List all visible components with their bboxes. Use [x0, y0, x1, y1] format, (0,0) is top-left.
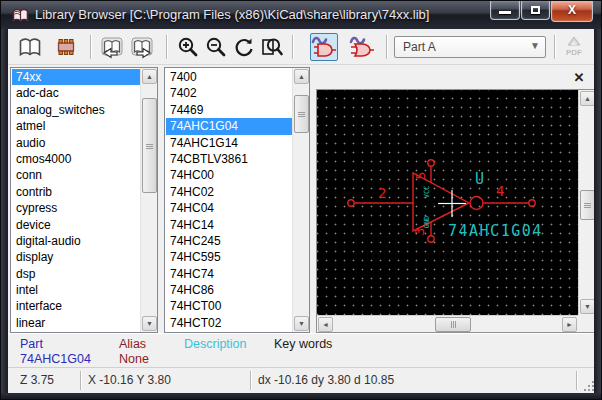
scrollbar-corner	[578, 315, 595, 332]
status-separator	[576, 371, 577, 390]
list-item[interactable]: 74HC04	[166, 200, 292, 216]
list-item[interactable]: audio	[12, 135, 140, 151]
viewer-close-icon[interactable]: ✕	[570, 69, 588, 87]
scrollbar-thumb[interactable]	[142, 98, 157, 193]
scroll-down-icon[interactable]: ▼	[294, 316, 309, 331]
library-browser-window: Library Browser [C:\Program Files (x86)\…	[0, 0, 602, 400]
resize-grip[interactable]	[582, 379, 594, 391]
list-item[interactable]: conn	[12, 167, 140, 183]
list-item[interactable]: 74HCT02	[166, 315, 292, 331]
scroll-down-icon[interactable]: ▼	[142, 316, 157, 331]
symbol-reference: U	[475, 170, 484, 188]
part-list[interactable]: 740074027446974AHC1G0474AHC1G1474CBTLV38…	[164, 67, 310, 333]
scrollbar-thumb[interactable]	[580, 190, 595, 220]
zoom-fit-icon	[260, 35, 284, 59]
book-arrow-left-icon	[99, 34, 125, 60]
canvas-horizontal-scrollbar[interactable]: ◄ ►	[317, 315, 578, 332]
list-item[interactable]: linear	[12, 315, 140, 331]
list-item[interactable]: cmos4000	[12, 151, 140, 167]
pin-number-output: 4	[496, 183, 504, 199]
part-list-items[interactable]: 740074027446974AHC1G0474AHC1G1474CBTLV38…	[166, 69, 292, 331]
canvas-vertical-scrollbar[interactable]: ▲ ▼	[578, 90, 595, 315]
export-pdf-button: PDF	[560, 33, 588, 61]
list-item[interactable]: 74HCT00	[166, 298, 292, 314]
scroll-down-icon[interactable]: ▼	[580, 299, 595, 314]
list-item[interactable]: 74HC74	[166, 266, 292, 282]
list-item[interactable]: 7400	[166, 69, 292, 85]
part-select-value: Part A	[403, 40, 436, 54]
list-item[interactable]: digital-audio	[12, 233, 140, 249]
app-book-icon	[12, 7, 29, 24]
list-item[interactable]: 74HC595	[166, 249, 292, 265]
scroll-right-icon[interactable]: ►	[562, 317, 577, 332]
scroll-up-icon[interactable]: ▲	[142, 69, 157, 84]
status-zoom-level: Z 3.75	[20, 373, 54, 387]
library-list-items[interactable]: 74xxadc-dacanalog_switchesatmelaudiocmos…	[12, 69, 140, 331]
scrollbar-thumb[interactable]	[294, 95, 309, 133]
previous-part-button[interactable]	[98, 33, 126, 61]
inverter-symbol	[317, 90, 578, 315]
library-list[interactable]: 74xxadc-dacanalog_switchesatmelaudiocmos…	[10, 67, 158, 333]
list-item[interactable]: cypress	[12, 200, 140, 216]
list-item[interactable]: 74HC00	[166, 167, 292, 183]
list-item[interactable]: display	[12, 249, 140, 265]
scroll-up-icon[interactable]: ▲	[294, 69, 309, 84]
zoom-out-icon	[204, 35, 228, 59]
list-item[interactable]: 74AHC1G14	[166, 135, 292, 151]
viewer-header: ✕	[316, 67, 596, 89]
book-arrow-right-icon	[129, 34, 155, 60]
list-item[interactable]: 74CBTLV3861	[166, 151, 292, 167]
list-item[interactable]: dsp	[12, 266, 140, 282]
part-select-dropdown[interactable]: Part A ▼	[394, 36, 546, 58]
maximize-button[interactable]	[521, 1, 550, 20]
select-library-button[interactable]	[16, 33, 44, 61]
chevron-down-icon: ▼	[530, 40, 540, 51]
list-item[interactable]: contrib	[12, 184, 140, 200]
list-item[interactable]: 7402	[166, 85, 292, 101]
toolbar-separator	[90, 35, 91, 59]
title-bar[interactable]: Library Browser [C:\Program Files (x86)\…	[1, 1, 602, 29]
pin-number-power: 5	[413, 172, 428, 180]
minimize-button[interactable]	[490, 1, 520, 20]
show-demorgan-button[interactable]	[348, 33, 376, 61]
zoom-in-button[interactable]	[174, 33, 202, 61]
list-item[interactable]: intel	[12, 282, 140, 298]
toolbar-separator	[554, 35, 555, 59]
status-separator	[250, 371, 251, 390]
zoom-fit-button[interactable]	[258, 33, 286, 61]
list-item[interactable]: 74HC02	[166, 184, 292, 200]
window-title: Library Browser [C:\Program Files (x86)\…	[35, 7, 429, 22]
schematic-canvas[interactable]: 2 4 5 3 VCC GND U 74AHC1G04	[317, 90, 578, 315]
redraw-button[interactable]	[230, 33, 258, 61]
close-button[interactable]: X	[551, 1, 593, 22]
info-value-part: 74AHC1G04	[20, 352, 91, 366]
info-header-alias: Alias	[119, 337, 146, 351]
list-item[interactable]: 74HC245	[166, 233, 292, 249]
list-item[interactable]: atmel	[12, 118, 140, 134]
gate-demorgan-icon	[349, 35, 375, 59]
library-list-scrollbar[interactable]: ▲ ▼	[140, 68, 157, 332]
show-normal-body-button[interactable]	[310, 33, 338, 61]
list-item[interactable]: analog_switches	[12, 102, 140, 118]
next-part-button[interactable]	[128, 33, 156, 61]
status-bar: Z 3.75 X -10.16 Y 3.80 dx -10.16 dy 3.80…	[8, 367, 596, 393]
list-item[interactable]: 74HC14	[166, 217, 292, 233]
list-item[interactable]: 74469	[166, 102, 292, 118]
list-item[interactable]: interface	[12, 298, 140, 314]
scroll-left-icon[interactable]: ◄	[318, 317, 333, 332]
toolbar-separator	[166, 35, 167, 59]
scroll-up-icon[interactable]: ▲	[580, 91, 595, 106]
list-item[interactable]: 74AHC1G04	[166, 118, 292, 134]
select-part-button[interactable]	[52, 33, 80, 61]
viewer-body: 2 4 5 3 VCC GND U 74AHC1G04 ▲ ▼ ◄ ►	[316, 89, 596, 333]
list-item[interactable]: 74HC86	[166, 282, 292, 298]
part-list-scrollbar[interactable]: ▲ ▼	[292, 68, 309, 332]
list-item[interactable]: 74xx	[12, 69, 140, 85]
window-border	[594, 29, 601, 393]
list-item[interactable]: adc-dac	[12, 85, 140, 101]
maximize-icon	[531, 6, 540, 14]
list-item[interactable]: device	[12, 217, 140, 233]
pin-name-gnd: GND	[423, 216, 431, 229]
zoom-out-button[interactable]	[202, 33, 230, 61]
scrollbar-thumb[interactable]	[435, 317, 471, 332]
